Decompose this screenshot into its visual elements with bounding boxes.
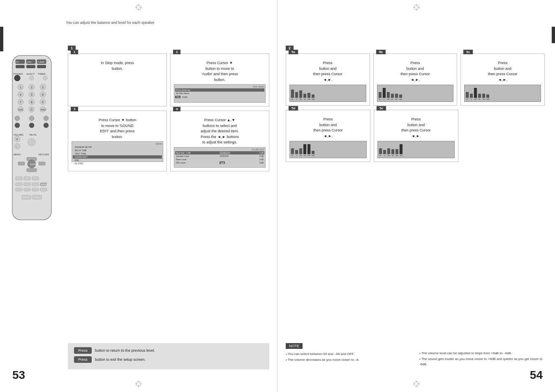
svg-rect-7 xyxy=(16,65,25,68)
svg-point-13 xyxy=(14,75,20,81)
page-spread: You can adjust the balance and level for… xyxy=(0,0,555,392)
notes-columns: NOTE • You can select between 00 and –06… xyxy=(286,343,545,367)
svg-text:MUTE: MUTE xyxy=(30,134,37,136)
left-bar-decoration xyxy=(0,27,3,51)
svg-text:7: 7 xyxy=(20,101,21,104)
svg-rect-57 xyxy=(18,162,25,165)
svg-text:DVD: DVD xyxy=(27,61,32,63)
right-page: 2 5a Pressbutton andthen press Cursor◄,►… xyxy=(278,0,555,392)
svg-rect-8 xyxy=(26,65,35,68)
step5a-badge: 5a xyxy=(289,50,298,54)
press-return-badge: Press xyxy=(74,347,92,354)
svg-point-52 xyxy=(28,138,35,146)
svg-text:TUNER: TUNER xyxy=(37,61,45,63)
svg-text:TV: TV xyxy=(16,61,19,63)
svg-text:6: 6 xyxy=(42,93,44,96)
step5c-badge: 5c xyxy=(463,50,473,54)
svg-rect-58 xyxy=(39,162,45,165)
svg-text:1: 1 xyxy=(20,86,21,89)
svg-text:5: 5 xyxy=(31,93,32,96)
svg-rect-62 xyxy=(24,177,30,180)
speaker-box-c: 5b Pressbutton andthen press Cursor◄,►. … xyxy=(373,53,458,106)
svg-rect-61 xyxy=(16,177,22,180)
page-number-right: 54 xyxy=(530,369,543,382)
note-column-2: • The volume level can be adjusted in st… xyxy=(419,343,545,367)
speaker-sw-screen: FL C FR RL xyxy=(377,141,455,158)
return-text: button to return to the previous level. xyxy=(95,348,155,353)
svg-point-43 xyxy=(15,123,20,128)
svg-text:+: + xyxy=(16,137,18,141)
svg-text:-: - xyxy=(16,145,17,149)
svg-text:TIMER: TIMER xyxy=(38,73,46,75)
svg-text:3: 3 xyxy=(42,86,44,89)
steps-area: 1 In Stop mode, pressbutton. 2 Press Cur… xyxy=(68,53,269,171)
step1-text: In Stop mode, pressbutton. xyxy=(72,60,163,71)
speaker-box-fr: 5c Pressbutton andthen press Cursor◄,►. … xyxy=(460,53,545,106)
note-header-1: NOTE xyxy=(286,343,303,349)
svg-point-50 xyxy=(14,143,20,149)
svg-text:SOUND: SOUND xyxy=(41,183,48,186)
left-page: You can adjust the balance and level for… xyxy=(0,0,278,392)
speaker-fl-text: Pressbutton andthen press Cursor◄,►. xyxy=(289,60,366,83)
return-instruction: Press button to return to the previous l… xyxy=(74,347,263,354)
step1-badge: 1 xyxy=(71,50,78,54)
page-number-left: 53 xyxy=(12,369,25,382)
svg-text:RETURN: RETURN xyxy=(39,153,49,156)
remote-control-illustration: TV DVD TUNER POWER ELECT TIMER 1 2 xyxy=(8,53,62,227)
crosshair-right-top xyxy=(412,3,421,12)
notes-section: NOTE • You can select between 00 and –06… xyxy=(286,343,545,367)
svg-rect-56 xyxy=(27,168,37,172)
step4-badge: 4 xyxy=(173,107,180,111)
step-2-box: 2 Press Cursor ▼button to move to'Audio'… xyxy=(170,53,269,106)
svg-text:VOL/MIC: VOL/MIC xyxy=(14,134,24,136)
step3-text: Press Cursor ▼ buttonto move to 'SOUNDED… xyxy=(72,118,163,140)
step2-screen: DISC MENU Press Enter key No Disc Name T… xyxy=(174,84,266,103)
svg-rect-66 xyxy=(32,183,39,186)
step5d-badge: 5d xyxy=(289,106,298,111)
crosshair-bottom xyxy=(134,380,143,389)
step3-screen: AUDIO · SPEAKER SETUP · DELAY TIME · TES… xyxy=(72,141,163,162)
crosshair-right-bottom xyxy=(412,380,421,389)
step4-text: Press Cursor ▲,▼buttons to select andadj… xyxy=(174,118,266,145)
speaker-r-screen: FL C FR RL xyxy=(289,141,367,158)
speaker-fl-screen: FL C FR RL xyxy=(289,85,366,102)
svg-text:PREV: PREV xyxy=(41,108,46,111)
svg-text:9: 9 xyxy=(42,101,44,104)
svg-point-42 xyxy=(44,116,49,121)
step5e-badge: 5e xyxy=(377,106,386,111)
speaker-c-screen: FL C FR RL xyxy=(377,85,454,102)
svg-rect-71 xyxy=(32,188,39,191)
step3-badge: 3 xyxy=(71,107,78,111)
speaker-box-fl: 5a Pressbutton andthen press Cursor◄,►. … xyxy=(286,53,370,106)
svg-point-40 xyxy=(15,116,20,121)
speaker-steps-area: 5a Pressbutton andthen press Cursor◄,►. … xyxy=(286,53,545,162)
svg-text:8: 8 xyxy=(31,101,32,104)
note-column-1: NOTE • You can select between 00 and –06… xyxy=(286,343,411,367)
press-exit-badge: Press xyxy=(74,356,92,363)
step2-text: Press Cursor ▼button to move to'Audio' a… xyxy=(174,60,266,83)
bottom-section: Press button to return to the previous l… xyxy=(68,343,269,369)
svg-point-45 xyxy=(44,123,49,128)
exit-instruction: Press button to exit the setup screen. xyxy=(74,356,263,363)
speaker-box-sw: 5e Pressbutton andthen press Cursor◄,►. … xyxy=(374,110,458,162)
step-4-box: 4 Press Cursor ▲,▼buttons to select anda… xyxy=(170,111,269,171)
svg-rect-64 xyxy=(16,183,22,186)
svg-rect-69 xyxy=(16,188,22,191)
speaker-fr-text: Pressbutton andthen press Cursor◄,►. xyxy=(464,60,541,83)
step5b-badge: 5b xyxy=(376,50,386,54)
step2-badge: 2 xyxy=(173,50,180,54)
svg-text:4: 4 xyxy=(20,93,21,96)
note-text-1: • You can select between 00 and –06 and … xyxy=(286,351,411,362)
speaker-top-row: 5a Pressbutton andthen press Cursor◄,►. … xyxy=(286,53,545,106)
svg-text:0: 0 xyxy=(31,108,32,111)
svg-point-15 xyxy=(43,76,47,80)
speaker-sw-text: Pressbutton andthen press Cursor◄,►. xyxy=(377,117,455,139)
svg-text:ELECT: ELECT xyxy=(27,73,35,75)
right-bar-decoration xyxy=(552,27,555,43)
top-description: You can adjust the balance and level for… xyxy=(66,21,269,25)
remote-svg: TV DVD TUNER POWER ELECT TIMER 1 2 xyxy=(8,53,56,226)
crosshair-top xyxy=(134,3,143,12)
svg-rect-63 xyxy=(32,177,39,180)
svg-point-41 xyxy=(29,116,34,121)
step-3-box: 3 Press Cursor ▼ buttonto move to 'SOUND… xyxy=(68,111,167,171)
